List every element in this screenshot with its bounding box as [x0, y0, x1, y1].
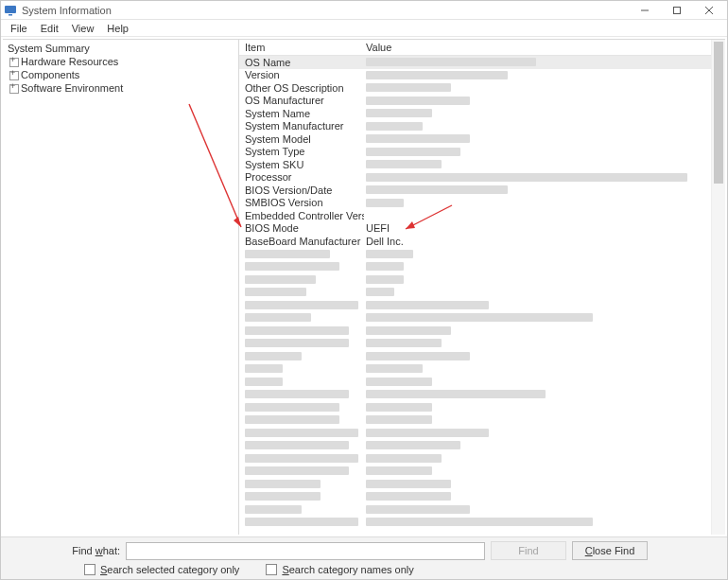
cell-value: [364, 148, 711, 156]
cell-value: [364, 97, 711, 105]
table-row[interactable]: BaseBoard ManufacturerDell Inc.: [239, 235, 711, 248]
details-list[interactable]: Item Value OS NameVersionOther OS Descri…: [239, 40, 711, 535]
table-row[interactable]: [239, 350, 711, 363]
tree-item-hardware[interactable]: Hardware Resources: [6, 55, 235, 68]
table-row[interactable]: [239, 503, 711, 517]
table-row[interactable]: [239, 413, 711, 427]
table-row[interactable]: System Type: [239, 146, 711, 159]
cell-value: [364, 492, 711, 501]
cell-item: Embedded Controller Version: [239, 210, 364, 221]
cell-item: [239, 505, 364, 514]
table-row[interactable]: [239, 286, 711, 299]
menu-file[interactable]: File: [5, 22, 33, 35]
table-row[interactable]: [239, 478, 711, 491]
cell-value: [364, 58, 711, 66]
table-row[interactable]: [239, 388, 711, 401]
cell-item: [239, 390, 364, 398]
table-row[interactable]: BIOS ModeUEFI: [239, 222, 711, 236]
cell-value: [364, 429, 711, 437]
cell-value: [364, 454, 711, 463]
cell-value: [364, 326, 711, 335]
cell-item: [239, 326, 364, 335]
cell-item: System SKU: [239, 159, 364, 170]
maximize-button[interactable]: [661, 1, 693, 20]
minimize-button[interactable]: [629, 1, 661, 20]
cell-value: [364, 415, 711, 424]
cell-item: BIOS Mode: [239, 222, 364, 234]
cell-value: [364, 364, 711, 373]
checkbox-icon: [84, 564, 95, 575]
table-row[interactable]: System Name: [239, 107, 711, 120]
cell-value: [364, 275, 711, 284]
find-input[interactable]: [126, 542, 485, 560]
menu-edit[interactable]: Edit: [35, 22, 64, 35]
cell-item: OS Manufacturer: [239, 95, 364, 106]
scrollbar-thumb[interactable]: [714, 42, 723, 184]
tree-item-components[interactable]: Components: [6, 68, 235, 81]
table-row[interactable]: [239, 439, 711, 452]
close-find-button[interactable]: Close Find: [572, 541, 648, 560]
table-row[interactable]: [239, 516, 711, 529]
table-row[interactable]: [239, 401, 711, 414]
table-row[interactable]: [239, 452, 711, 466]
tree-root[interactable]: System Summary: [6, 42, 235, 55]
column-headers[interactable]: Item Value: [239, 40, 711, 56]
checkbox-icon: [266, 564, 277, 575]
cell-value: [364, 262, 711, 271]
table-row[interactable]: [239, 362, 711, 376]
cell-item: [239, 480, 364, 488]
table-row[interactable]: [239, 299, 711, 312]
cell-item: [239, 339, 364, 347]
annotation-arrow-icon: [400, 201, 457, 238]
table-row[interactable]: Other OS Description: [239, 81, 711, 95]
table-row[interactable]: Processor: [239, 171, 711, 185]
title-bar[interactable]: System Information: [1, 1, 727, 20]
table-row[interactable]: [239, 427, 711, 440]
cell-item: [239, 429, 364, 437]
search-category-names-only-checkbox[interactable]: Search category names only: [266, 564, 413, 575]
cell-value: [364, 313, 711, 322]
cell-item: Other OS Description: [239, 82, 364, 94]
cell-item: System Type: [239, 146, 364, 157]
tree-item-software-env[interactable]: Software Environment: [6, 81, 235, 95]
table-row[interactable]: [239, 337, 711, 350]
table-row[interactable]: Version: [239, 69, 711, 82]
table-row[interactable]: [239, 325, 711, 338]
close-button[interactable]: [693, 1, 725, 20]
find-label: Find what:: [10, 545, 120, 556]
header-item[interactable]: Item: [239, 42, 364, 53]
cell-item: System Name: [239, 108, 364, 119]
menu-view[interactable]: View: [66, 22, 100, 35]
table-row[interactable]: [239, 311, 711, 325]
cell-item: [239, 352, 364, 360]
table-row[interactable]: [239, 490, 711, 503]
cell-item: [239, 518, 364, 526]
header-value[interactable]: Value: [364, 42, 711, 53]
app-icon: [3, 3, 18, 18]
table-row[interactable]: OS Manufacturer: [239, 95, 711, 108]
table-row[interactable]: System SKU: [239, 158, 711, 171]
table-row[interactable]: System Manufacturer: [239, 120, 711, 133]
table-row[interactable]: [239, 273, 711, 287]
cell-item: OS Name: [239, 57, 364, 68]
vertical-scrollbar[interactable]: [711, 40, 725, 535]
table-row[interactable]: [239, 248, 711, 261]
svg-marker-9: [406, 221, 415, 229]
table-row[interactable]: Embedded Controller Version: [239, 209, 711, 222]
svg-rect-3: [674, 7, 681, 13]
table-row[interactable]: OS Name: [239, 56, 711, 69]
table-row[interactable]: [239, 465, 711, 478]
svg-rect-1: [9, 14, 12, 16]
cell-value: [364, 160, 711, 168]
cell-item: [239, 454, 364, 463]
table-row[interactable]: [239, 260, 711, 273]
cell-item: [239, 313, 364, 322]
table-row[interactable]: BIOS Version/Date: [239, 184, 711, 197]
menu-help[interactable]: Help: [101, 22, 134, 35]
cell-value: [364, 378, 711, 386]
table-row[interactable]: [239, 376, 711, 389]
search-selected-only-checkbox[interactable]: Search selected category only: [84, 564, 239, 575]
table-row[interactable]: System Model: [239, 132, 711, 146]
table-row[interactable]: SMBIOS Version: [239, 197, 711, 210]
find-button[interactable]: Find: [491, 541, 566, 560]
